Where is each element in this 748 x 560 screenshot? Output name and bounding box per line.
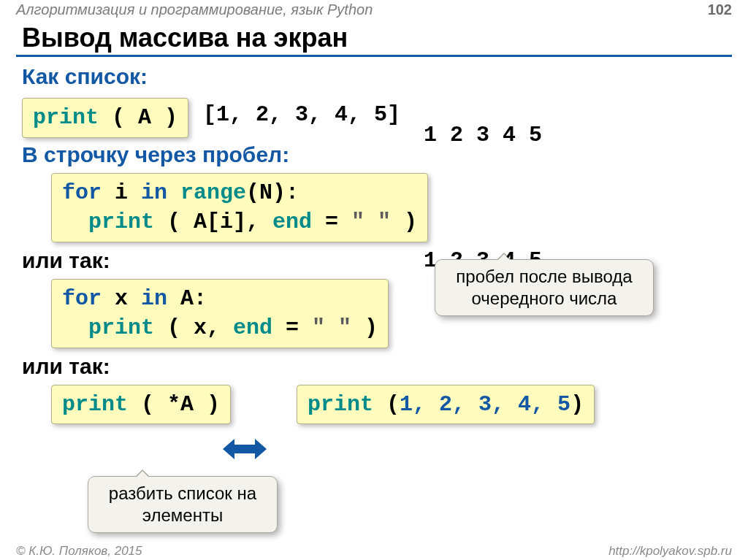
code-print-a: print ( A ) xyxy=(22,98,188,138)
code-for-x: for x in A: print ( x, end = " " ) xyxy=(51,279,389,348)
footer: © К.Ю. Поляков, 2015 http://kpolyakov.sp… xyxy=(0,544,748,559)
code-for-range: for i in range(N): print ( A[i], end = "… xyxy=(51,173,428,242)
label-as-list: Как список: xyxy=(22,64,726,89)
code-print-star: print ( *A ) xyxy=(51,385,231,425)
footer-left: © К.Ю. Поляков, 2015 xyxy=(16,544,142,559)
output-list: [1, 2, 3, 4, 5] xyxy=(203,102,400,127)
label-or-2: или так: xyxy=(22,354,726,379)
code-print-expanded: print (1, 2, 3, 4, 5) xyxy=(297,385,595,425)
subject-label: Алгоритмизация и программирование, язык … xyxy=(16,1,373,18)
footer-right: http://kpolyakov.spb.ru xyxy=(608,544,732,559)
double-arrow-icon xyxy=(223,437,267,461)
svg-marker-0 xyxy=(223,439,267,459)
page-number: 102 xyxy=(708,1,732,18)
header-bar: Алгоритмизация и программирование, язык … xyxy=(0,0,748,20)
slide-title: Вывод массива на экран xyxy=(22,23,732,53)
slide: Алгоритмизация и программирование, язык … xyxy=(0,0,748,560)
callout-unpack: разбить список на элементы xyxy=(88,476,278,533)
output-row-1: 1 2 3 4 5 xyxy=(424,123,542,147)
slide-body: Как список: print ( A ) [1, 2, 3, 4, 5] … xyxy=(0,64,748,424)
callout-space: пробел после вывода очередного числа xyxy=(435,259,654,316)
title-underline xyxy=(16,55,732,57)
label-in-row: В строчку через пробел: xyxy=(22,142,726,167)
